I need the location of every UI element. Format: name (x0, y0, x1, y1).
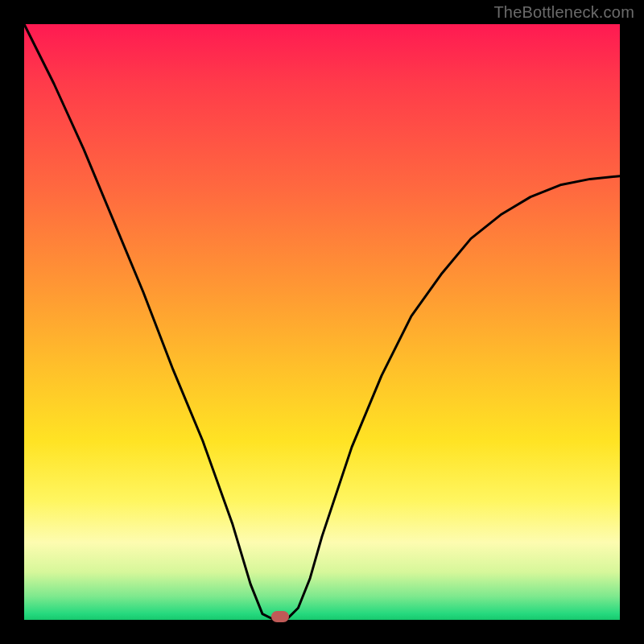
watermark-text: TheBottleneck.com (493, 3, 634, 22)
plot-outer (24, 24, 620, 620)
curve-path (24, 24, 620, 620)
bottleneck-curve (24, 24, 620, 620)
optimal-point-marker (271, 611, 289, 622)
chart-frame: TheBottleneck.com (0, 0, 644, 644)
